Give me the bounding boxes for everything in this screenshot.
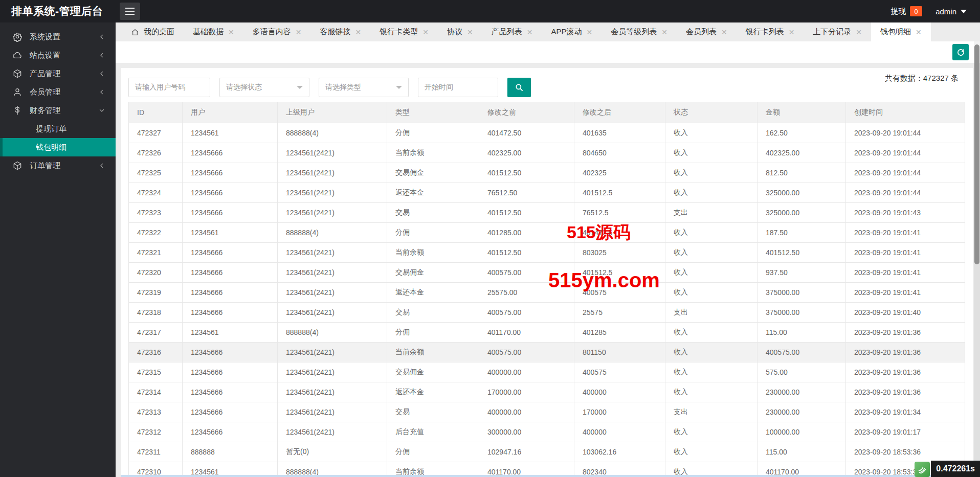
- table-cell: 400575: [574, 362, 665, 382]
- close-icon[interactable]: ✕: [586, 29, 592, 36]
- user-number-input[interactable]: 请输入用户号码: [128, 78, 210, 97]
- sidebar-item[interactable]: 财务管理: [0, 101, 116, 120]
- table-cell: 1234561(2421): [278, 143, 387, 163]
- table-cell: 401512.5: [574, 263, 665, 283]
- table-cell: 2023-09-20 19:01:17: [846, 422, 965, 442]
- close-icon[interactable]: ✕: [422, 29, 429, 36]
- sidebar-item-label: 产品管理: [30, 69, 98, 79]
- table-cell: 472326: [129, 143, 183, 163]
- horizontal-scrollbar[interactable]: [121, 475, 973, 477]
- close-icon[interactable]: ✕: [467, 29, 473, 36]
- table-cell: 分佣: [387, 123, 479, 143]
- table-cell: 472315: [129, 362, 183, 382]
- table-cell: 472323: [129, 203, 183, 223]
- close-icon[interactable]: ✕: [916, 29, 922, 36]
- table-cell: 收入: [665, 243, 758, 263]
- table-row: 472324123456661234561(2421)返还本金76512.504…: [129, 183, 965, 203]
- sidebar-subitem[interactable]: 提现订单: [0, 120, 116, 138]
- close-icon[interactable]: ✕: [856, 29, 862, 36]
- table-cell: 收入: [665, 143, 758, 163]
- close-icon[interactable]: ✕: [527, 29, 533, 36]
- wallet-table-wrap: ID用户上级用户类型修改之前修改之后状态金额创建时间 4723271234561…: [128, 102, 965, 477]
- tab-会员列表[interactable]: 会员列表✕: [677, 22, 737, 41]
- tab-home[interactable]: 我的桌面: [122, 22, 184, 41]
- table-cell: 401285: [574, 323, 665, 343]
- main-content: 我的桌面基础数据✕多语言内容✕客服链接✕银行卡类型✕协议✕产品列表✕APP滚动✕…: [116, 22, 980, 477]
- table-row: 472313123456661234561(2421)交易400000.0017…: [129, 402, 965, 422]
- tab-客服链接[interactable]: 客服链接✕: [310, 22, 370, 41]
- table-cell: 401472.50: [479, 123, 574, 143]
- table-cell: 103062.16: [574, 442, 665, 462]
- tab-会员等级列表[interactable]: 会员等级列表✕: [602, 22, 677, 41]
- table-row: 472325123456661234561(2421)交易佣金401512.50…: [129, 163, 965, 183]
- table-cell: 分佣: [387, 223, 479, 243]
- table-row: 472311888888暂无(0)分佣102947.16103062.16收入1…: [129, 442, 965, 462]
- sidebar-subitem[interactable]: 钱包明细: [0, 138, 116, 156]
- table-row: 472314123456661234561(2421)返还本金170000.00…: [129, 382, 965, 402]
- close-icon[interactable]: ✕: [228, 29, 234, 36]
- withdraw-menu[interactable]: 提现 0: [890, 6, 922, 16]
- close-icon[interactable]: ✕: [661, 29, 667, 36]
- home-icon: [131, 28, 139, 36]
- vertical-scrollbar[interactable]: [974, 41, 980, 477]
- column-header: ID: [129, 102, 183, 123]
- table-cell: 2023-09-20 19:01:43: [846, 203, 965, 223]
- table-cell: 2023-09-20 18:53:36: [846, 442, 965, 462]
- table-cell: 472327: [129, 123, 183, 143]
- table-cell: 100000.00: [758, 422, 846, 442]
- tab-上下分记录[interactable]: 上下分记录✕: [804, 22, 871, 41]
- table-cell: 401635: [574, 123, 665, 143]
- table-cell: 2023-09-20 19:01:44: [846, 143, 965, 163]
- scrollbar-thumb[interactable]: [974, 44, 979, 264]
- sidebar-item[interactable]: 站点设置: [0, 46, 116, 64]
- close-icon[interactable]: ✕: [721, 29, 727, 36]
- start-date-input[interactable]: 开始时间: [418, 78, 498, 97]
- table-cell: 12345666: [183, 263, 278, 283]
- search-button[interactable]: [507, 78, 531, 97]
- table-cell: 2023-09-20 19:01:41: [846, 223, 965, 243]
- tab-多语言内容[interactable]: 多语言内容✕: [243, 22, 311, 41]
- admin-username: admin: [936, 7, 956, 16]
- table-cell: 402325: [574, 163, 665, 183]
- tab-基础数据[interactable]: 基础数据✕: [184, 22, 243, 41]
- table-cell: 375000.00: [758, 283, 846, 303]
- close-icon[interactable]: ✕: [355, 29, 361, 36]
- type-select[interactable]: 请选择类型: [319, 78, 409, 97]
- sidebar-item[interactable]: 会员管理: [0, 83, 116, 101]
- sidebar-item[interactable]: 系统设置: [0, 28, 116, 46]
- tab-产品列表[interactable]: 产品列表✕: [482, 22, 542, 41]
- table-cell: 1234561(2421): [278, 243, 387, 263]
- tab-银行卡列表[interactable]: 银行卡列表✕: [737, 22, 804, 41]
- admin-user-menu[interactable]: admin: [936, 7, 967, 16]
- table-cell: 2023-09-20 19:01:41: [846, 283, 965, 303]
- hamburger-menu-icon[interactable]: [120, 3, 140, 20]
- app-title: 排单系统-管理后台: [0, 4, 116, 18]
- close-icon[interactable]: ✕: [789, 29, 795, 36]
- table-cell: 12345666: [183, 422, 278, 442]
- table-cell: 170000: [574, 402, 665, 422]
- refresh-button[interactable]: [952, 44, 969, 60]
- table-header-row: ID用户上级用户类型修改之前修改之后状态金额创建时间: [129, 102, 965, 123]
- table-row: 472326123456661234561(2421)当前余额402325.00…: [129, 143, 965, 163]
- tab-钱包明细[interactable]: 钱包明细✕: [871, 22, 931, 41]
- sidebar-item[interactable]: 订单管理: [0, 156, 116, 175]
- user-icon: [12, 87, 23, 97]
- table-cell: 1234561(2421): [278, 283, 387, 303]
- table-cell: 472320: [129, 263, 183, 283]
- table-cell: 472317: [129, 323, 183, 343]
- table-cell: 401512.5: [574, 183, 665, 203]
- table-cell: 收入: [665, 223, 758, 243]
- tab-银行卡类型[interactable]: 银行卡类型✕: [370, 22, 438, 41]
- table-cell: 1234561(2421): [278, 402, 387, 422]
- tab-label: 我的桌面: [144, 27, 174, 37]
- tab-label: 产品列表: [492, 27, 522, 37]
- status-select[interactable]: 请选择状态: [219, 78, 309, 97]
- tab-APP滚动[interactable]: APP滚动✕: [542, 22, 602, 41]
- sidebar-item[interactable]: 产品管理: [0, 64, 116, 83]
- table-cell: 400575.00: [758, 343, 846, 362]
- table-cell: 交易: [387, 402, 479, 422]
- table-cell: 812.50: [758, 163, 846, 183]
- tab-协议[interactable]: 协议✕: [438, 22, 482, 41]
- close-icon[interactable]: ✕: [296, 29, 302, 36]
- table-cell: 1234561: [183, 323, 278, 343]
